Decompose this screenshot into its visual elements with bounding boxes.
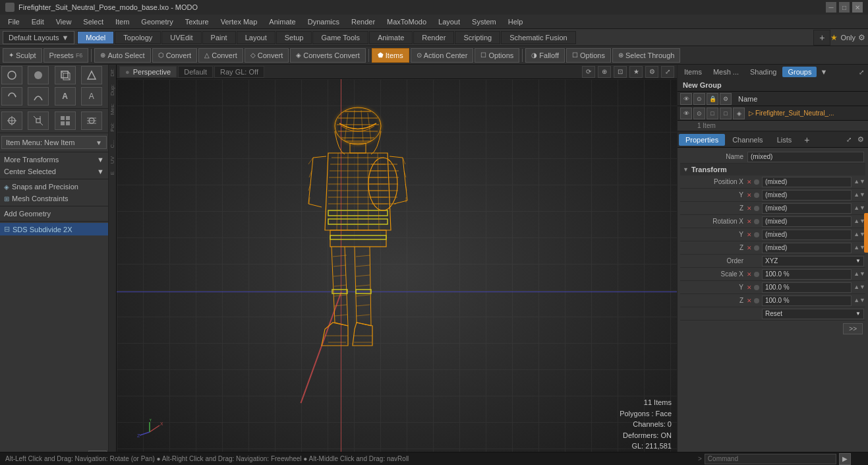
vp-tab-raygl[interactable]: Ray GL: Off	[214, 66, 264, 78]
scale-z-stepper[interactable]: ▲▼	[854, 297, 865, 303]
render-eye-icon[interactable]: ⊙	[693, 93, 705, 105]
command-execute-button[interactable]: ▶	[839, 453, 851, 465]
tool-cone[interactable]	[81, 66, 102, 84]
layout-dropdown[interactable]: Default Layouts ▼	[3, 31, 74, 44]
tool-text[interactable]: A	[55, 87, 76, 106]
tab-setup[interactable]: Setup	[276, 31, 312, 44]
viewport-settings-icon[interactable]: ⚙	[645, 66, 658, 78]
falloff-button[interactable]: ◑ Falloff	[525, 48, 565, 63]
center-selected-item[interactable]: Center Selected ▼	[0, 166, 108, 177]
lock-icon[interactable]: 🔒	[707, 93, 718, 105]
tool-cube[interactable]	[55, 66, 76, 84]
menu-render[interactable]: Render	[346, 16, 380, 27]
select-through-button[interactable]: ⊛ Select Through	[612, 48, 680, 63]
tab-groups[interactable]: Groups	[782, 67, 817, 77]
items-settings-icon[interactable]: ⚙	[720, 93, 732, 105]
tool-sphere2[interactable]	[28, 66, 49, 84]
rot-x-value[interactable]: (mixed)	[762, 216, 852, 227]
sds-subdivide-item[interactable]: ⊟ SDS Subdivide 2X	[0, 223, 108, 235]
tab-topology[interactable]: Topology	[115, 31, 161, 44]
scale-x-value[interactable]: 100.0 %	[762, 269, 852, 280]
tool-sphere[interactable]	[1, 66, 22, 84]
menu-texture[interactable]: Texture	[180, 16, 214, 27]
converts-button[interactable]: ◈ Converts Convert	[290, 48, 366, 63]
render2-icon[interactable]: ⊙	[693, 108, 705, 119]
presets-button[interactable]: Presets F6	[43, 48, 89, 63]
scale-x-stepper[interactable]: ▲▼	[854, 271, 865, 277]
tab-render[interactable]: Render	[413, 31, 454, 44]
sel-icon[interactable]: ◈	[733, 108, 745, 119]
add-layout-tab-button[interactable]: +	[813, 30, 830, 46]
menu-help[interactable]: Help	[503, 16, 529, 27]
menu-layout[interactable]: Layout	[433, 16, 465, 27]
settings-icon[interactable]: ⚙	[858, 33, 865, 42]
pos-z-value[interactable]: (mixed)	[762, 203, 852, 214]
add-geometry-item[interactable]: Add Geometry	[0, 208, 108, 220]
options-2-button[interactable]: ☐ Options	[566, 48, 611, 63]
tool-scale[interactable]	[28, 111, 49, 130]
tab-paint[interactable]: Paint	[202, 31, 236, 44]
reset-dropdown[interactable]: Reset ▼	[762, 309, 864, 319]
more-transforms-item[interactable]: More Transforms ▼	[0, 154, 108, 166]
maximize-button[interactable]: □	[839, 2, 850, 13]
auto-select-button[interactable]: ⊕ Auto Select	[94, 48, 150, 63]
options-1-button[interactable]: ☐ Options	[475, 48, 519, 63]
tool-grid[interactable]	[55, 111, 76, 130]
expand-props-button[interactable]: >>	[843, 323, 863, 334]
eye-icon[interactable]: 👁	[680, 93, 692, 105]
eye2-icon[interactable]: 👁	[680, 108, 692, 119]
menu-file[interactable]: File	[3, 16, 25, 27]
tab-shading[interactable]: Shading	[745, 67, 782, 77]
add-tab-button[interactable]: +	[800, 133, 813, 147]
box-icon[interactable]: □	[707, 108, 718, 119]
command-field[interactable]	[705, 454, 836, 464]
tool-mesh-paint[interactable]	[81, 111, 102, 130]
tool-rotate[interactable]	[1, 87, 22, 106]
menu-maxtomodo[interactable]: MaxToModo	[382, 16, 432, 27]
menu-animate[interactable]: Animate	[264, 16, 301, 27]
tab-game-tools[interactable]: Game Tools	[312, 31, 368, 44]
vp-tab-perspective[interactable]: ● Perspective	[119, 66, 177, 77]
items-tab-dropdown[interactable]: ▼	[817, 68, 830, 76]
pos-y-stepper[interactable]: ▲▼	[854, 192, 865, 198]
vp-tab-default[interactable]: Default	[178, 66, 213, 78]
sculpt-button[interactable]: ✦ Sculpt	[3, 48, 42, 63]
tab-scripting[interactable]: Scripting	[455, 31, 500, 44]
tab-schematic-fusion[interactable]: Schematic Fusion	[501, 31, 575, 44]
tab-model[interactable]: Model	[77, 31, 114, 44]
render-icon[interactable]: ★	[629, 66, 643, 78]
tab-layout[interactable]: Layout	[237, 31, 275, 44]
expand-viewport-icon[interactable]: ⤢	[661, 66, 674, 78]
tab-items[interactable]: Items	[679, 67, 707, 77]
menu-geometry[interactable]: Geometry	[136, 16, 178, 27]
props-gear-icon[interactable]: ⚙	[855, 133, 867, 146]
props-expand-icon[interactable]: ⤢	[844, 134, 854, 145]
convert-3-button[interactable]: ◇ Convert	[245, 48, 289, 63]
tool-letter[interactable]: A	[81, 87, 102, 106]
items-button[interactable]: ⬟ Items	[372, 48, 409, 63]
convert-1-button[interactable]: ⬡ Convert	[152, 48, 198, 63]
action-center-button[interactable]: ⊙ Action Center	[411, 48, 474, 63]
pos-y-value[interactable]: (mixed)	[762, 190, 852, 201]
orbit-icon[interactable]: ⟳	[582, 66, 595, 78]
item-menu-dropdown[interactable]: Item Menu: New Item ▼	[1, 136, 107, 149]
menu-system[interactable]: System	[467, 16, 502, 27]
tool-path[interactable]	[28, 87, 49, 106]
lock2-icon[interactable]: □	[720, 108, 732, 119]
pos-x-value[interactable]: (mixed)	[762, 177, 852, 187]
frame-icon[interactable]: ⊡	[614, 66, 627, 78]
order-value[interactable]: XYZ ▼	[762, 256, 864, 266]
close-button[interactable]: ✕	[852, 2, 863, 13]
scale-y-stepper[interactable]: ▲▼	[854, 284, 865, 290]
menu-dynamics[interactable]: Dynamics	[303, 16, 345, 27]
convert-2-button[interactable]: △ Convert	[198, 48, 243, 63]
rot-z-value[interactable]: (mixed)	[762, 243, 852, 253]
zoom-icon[interactable]: ⊕	[598, 66, 611, 78]
tab-channels[interactable]: Channels	[726, 134, 769, 146]
menu-item[interactable]: Item	[110, 16, 134, 27]
name-prop-value[interactable]: (mixed)	[747, 152, 864, 162]
scale-z-value[interactable]: 100.0 %	[762, 295, 852, 306]
minimize-button[interactable]: ─	[826, 2, 836, 13]
pos-x-stepper[interactable]: ▲▼	[854, 179, 865, 185]
window-controls[interactable]: ─ □ ✕	[826, 2, 863, 13]
